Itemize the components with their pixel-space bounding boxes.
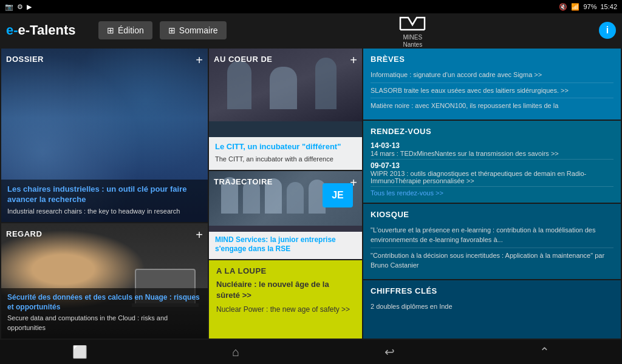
middle-column: AU COEUR DE + Le CITT, un incubateur "di… xyxy=(209,49,362,339)
dossier-subtitle: Industrial research chairs : the key to … xyxy=(7,207,202,216)
recent-apps-icon: ⬜ xyxy=(72,345,87,359)
dossier-card[interactable]: DOSSIER + Les chaires industrielles : un… xyxy=(1,49,208,222)
right-column: BRÈVES Informatique : signature d'un acc… xyxy=(363,49,621,339)
kiosque-section[interactable]: KIOSQUE "L'ouverture et la présence en e… xyxy=(363,204,621,279)
header: e-e-Talents ⊞ Édition ⊞ Sommaire MINES N… xyxy=(0,13,622,47)
rendezvous-label: RENDEZ-VOUS xyxy=(371,127,613,136)
scroll-up-icon: ⌃ xyxy=(539,345,550,359)
aucoeurde-card[interactable]: AU COEUR DE + Le CITT, un incubateur "di… xyxy=(209,49,362,170)
event-2: 09-07-13 WIPR 2013 : outils diagnostique… xyxy=(371,160,613,187)
edition-button[interactable]: ⊞ Édition xyxy=(98,21,152,39)
home-button[interactable]: ⌂ xyxy=(220,343,251,362)
alaLoupe-subtitle: Nuclear Power : the new age of safety >> xyxy=(216,305,355,315)
status-bar: 📷 ⚙ ▶ 🔇 📶 97% 15:42 xyxy=(0,0,622,13)
mines-name: MINES Nantes xyxy=(403,34,422,49)
breves-label: BRÈVES xyxy=(371,55,613,64)
aucoeurde-overlay: Le CITT, un incubateur "différent" The C… xyxy=(209,137,362,170)
recent-apps-button[interactable]: ⬜ xyxy=(60,342,100,362)
breves-section[interactable]: BRÈVES Informatique : signature d'un acc… xyxy=(363,49,621,120)
tous-rendez-vous-link[interactable]: Tous les rendez-vous >> xyxy=(371,189,613,197)
back-icon: ↩ xyxy=(384,345,395,359)
aucoeurde-label: AU COEUR DE xyxy=(214,53,273,64)
chiffres-section[interactable]: CHIFFRES CLÉS 2 doubles diplômes en Inde xyxy=(363,280,621,339)
dossier-overlay: Les chaires industrielles : un outil clé… xyxy=(1,180,208,222)
trajectoire-card[interactable]: JE TRAJECTOIRE + MIND Services: la junio… xyxy=(209,171,362,259)
regard-plus-button[interactable]: + xyxy=(196,228,203,242)
regard-title: Sécurité des données et des calculs en N… xyxy=(7,293,202,312)
regard-overlay: Sécurité des données et des calculs en N… xyxy=(1,288,208,339)
regard-card[interactable]: REGARD + Sécurité des données et des cal… xyxy=(1,223,208,339)
main-content: DOSSIER + Les chaires industrielles : un… xyxy=(0,47,622,340)
battery-text: 97% xyxy=(583,3,596,10)
alaLoupe-label: A LA LOUPE xyxy=(216,266,355,275)
video-icon: ▶ xyxy=(27,3,32,11)
dossier-title: Les chaires industrielles : un outil clé… xyxy=(7,184,202,205)
mines-logo: MINES Nantes xyxy=(397,13,428,49)
app-title: e-e-Talents xyxy=(6,22,91,38)
kiosque-item-2: "Contribution à la décision sous incerti… xyxy=(371,248,613,273)
dossier-label: DOSSIER xyxy=(6,53,44,64)
kiosque-item-1: "L'ouverture et la présence en e-learnin… xyxy=(371,223,613,248)
breve-item-2: SLASORB traite les eaux usées avec des l… xyxy=(371,83,613,99)
event-1: 14-03-13 14 mars : TEDxMinesNantes sur l… xyxy=(371,140,613,160)
person3 xyxy=(315,58,337,109)
screenshot-icon: 📷 xyxy=(5,3,13,11)
breve-item-1: Informatique : signature d'un accord cad… xyxy=(371,67,613,83)
status-right-icons: 🔇 📶 97% 15:42 xyxy=(559,3,617,11)
rendezvous-section[interactable]: RENDEZ-VOUS 14-03-13 14 mars : TEDxMines… xyxy=(363,121,621,203)
info-button[interactable]: i xyxy=(599,22,616,39)
left-column: DOSSIER + Les chaires industrielles : un… xyxy=(1,49,208,339)
trajectoire-plus-button[interactable]: + xyxy=(350,176,357,190)
dossier-plus-button[interactable]: + xyxy=(196,53,203,67)
trajectoire-overlay: MIND Services: la junior entreprise s'en… xyxy=(209,232,362,259)
scroll-up-button[interactable]: ⌃ xyxy=(527,342,562,362)
trajectoire-title: MIND Services: la junior entreprise s'en… xyxy=(215,235,356,254)
regard-label: REGARD xyxy=(6,228,42,239)
sommaire-button[interactable]: ⊞ Sommaire xyxy=(160,21,227,39)
back-button[interactable]: ↩ xyxy=(372,342,407,362)
aucoeurde-plus-button[interactable]: + xyxy=(350,53,357,67)
je-logo: JE xyxy=(323,183,353,207)
person1 xyxy=(227,61,251,109)
kiosque-label: KIOSQUE xyxy=(371,210,613,219)
alaLoupe-title: Nucléaire : le nouvel âge de la sûreté >… xyxy=(216,279,355,301)
time-display: 15:42 xyxy=(600,3,617,10)
bottom-navigation-bar: ⬜ ⌂ ↩ ⌃ xyxy=(0,340,622,364)
chiffres-label: CHIFFRES CLÉS xyxy=(371,286,613,295)
alaLoupe-card[interactable]: A LA LOUPE Nucléaire : le nouvel âge de … xyxy=(209,260,362,339)
status-left-icons: 📷 ⚙ ▶ xyxy=(5,3,32,11)
person2 xyxy=(270,67,297,109)
regard-subtitle: Secure data and computations in the Clou… xyxy=(7,314,202,332)
aucoeurde-subtitle: The CITT, an incubator with a difference xyxy=(215,155,356,164)
settings-icon: ⚙ xyxy=(17,3,23,11)
aucoeurde-title: Le CITT, un incubateur "différent" xyxy=(215,142,356,152)
mines-logo-svg xyxy=(397,13,428,34)
breve-item-3: Matière noire : avec XENON100, ils repou… xyxy=(371,98,613,113)
chiffres-text: 2 doubles diplômes en Inde xyxy=(371,299,613,314)
list-icon: ⊞ xyxy=(168,25,176,35)
grid-icon: ⊞ xyxy=(107,25,114,35)
trajectoire-label: TRAJECTOIRE xyxy=(214,176,273,187)
home-icon: ⌂ xyxy=(232,345,239,359)
logo-area: MINES Nantes xyxy=(234,13,592,49)
volume-icon: 🔇 xyxy=(559,3,567,11)
wifi-icon: 📶 xyxy=(571,3,579,11)
